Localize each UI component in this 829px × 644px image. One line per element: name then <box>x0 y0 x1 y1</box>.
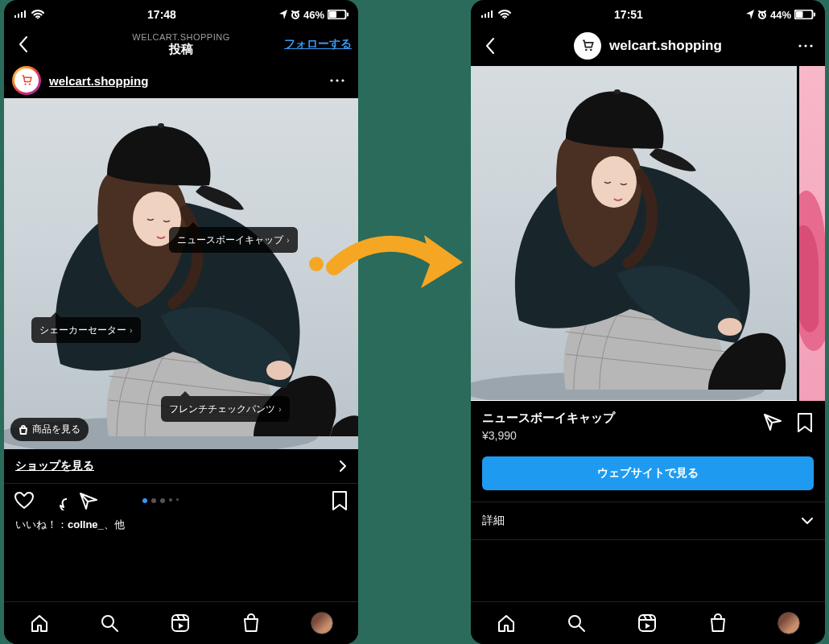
phone-left: 17:48 46% WELCART.SHOPPING 投稿 フォローする <box>4 0 358 644</box>
tab-bar <box>4 601 358 644</box>
svg-rect-20 <box>796 11 803 18</box>
battery-percent: 44% <box>770 9 791 21</box>
view-shop-label: ショップを見る <box>15 459 94 473</box>
product-tag-cap[interactable]: ニュースボーイキャップ› <box>169 227 298 253</box>
svg-point-9 <box>341 79 344 81</box>
svg-rect-15 <box>172 615 188 631</box>
cellular-icon <box>14 10 28 19</box>
follow-link[interactable]: フォローする <box>284 37 352 52</box>
alarm-icon <box>757 10 767 19</box>
like-button[interactable] <box>14 491 35 510</box>
product-tag-label: フレンチチェックパンツ <box>169 402 275 415</box>
svg-point-6 <box>29 83 31 85</box>
chevron-right-icon <box>339 460 347 473</box>
svg-point-11 <box>266 361 292 380</box>
post-header: welcart.shopping <box>4 63 358 98</box>
tab-search[interactable] <box>566 613 587 634</box>
back-button[interactable] <box>477 33 503 59</box>
battery-icon <box>328 10 349 19</box>
svg-rect-21 <box>814 13 815 17</box>
product-tag-label: シェーカーセーター <box>39 324 126 336</box>
svg-rect-4 <box>347 13 349 17</box>
svg-point-8 <box>336 79 338 81</box>
tab-profile[interactable] <box>777 612 800 634</box>
svg-point-26 <box>810 44 812 47</box>
svg-point-25 <box>804 44 806 47</box>
more-button[interactable] <box>324 68 350 93</box>
model-illustration <box>471 66 797 401</box>
svg-point-30 <box>614 89 621 94</box>
svg-point-17 <box>504 18 505 19</box>
product-info: ニュースボーイキャップ ¥3,990 <box>471 401 825 452</box>
chevron-down-icon <box>801 517 814 525</box>
tab-home[interactable] <box>496 613 517 634</box>
wifi-icon <box>498 10 511 19</box>
tab-profile[interactable] <box>311 612 333 634</box>
svg-rect-32 <box>639 615 655 631</box>
svg-point-13 <box>158 123 164 128</box>
shop-avatar[interactable] <box>574 32 601 60</box>
wifi-icon <box>31 10 44 19</box>
status-time: 17:48 <box>147 8 176 21</box>
share-button[interactable] <box>762 412 783 431</box>
svg-point-0 <box>37 18 39 19</box>
product-image[interactable] <box>471 66 825 401</box>
save-button[interactable] <box>331 490 349 511</box>
tab-shop[interactable] <box>707 613 728 634</box>
view-products-pill[interactable]: 商品を見る <box>10 418 89 441</box>
svg-point-5 <box>24 83 26 85</box>
more-button[interactable] <box>793 33 819 59</box>
top-nav: welcart.shopping <box>471 26 825 66</box>
product-title: ニュースボーイキャップ <box>482 411 754 426</box>
svg-point-23 <box>590 49 592 52</box>
tab-reels[interactable] <box>170 613 191 634</box>
svg-rect-3 <box>329 11 336 18</box>
save-button[interactable] <box>796 412 814 433</box>
view-website-button[interactable]: ウェブサイトで見る <box>482 456 814 490</box>
tab-reels[interactable] <box>637 613 658 634</box>
view-shop-row[interactable]: ショップを見る <box>4 449 358 484</box>
likes-text[interactable]: いいね！：collne_、他 <box>4 518 358 532</box>
product-tag-pants[interactable]: フレンチチェックパンツ› <box>161 396 290 422</box>
bag-icon <box>19 425 28 435</box>
tab-search[interactable] <box>99 613 120 634</box>
tab-shop[interactable] <box>241 613 262 634</box>
tab-bar <box>471 601 825 644</box>
battery-percent: 46% <box>303 9 324 21</box>
status-bar: 17:51 44% <box>471 0 825 26</box>
cellular-icon <box>480 10 495 19</box>
story-avatar[interactable] <box>12 66 41 95</box>
alarm-icon <box>291 10 300 19</box>
status-bar: 17:48 46% <box>4 0 358 26</box>
svg-point-7 <box>330 79 332 81</box>
details-label: 詳細 <box>482 514 505 528</box>
svg-point-29 <box>592 156 637 208</box>
share-button[interactable] <box>78 491 99 510</box>
pill-label: 商品を見る <box>32 423 80 436</box>
cart-icon <box>579 38 596 54</box>
comment-button[interactable] <box>46 491 67 510</box>
svg-point-28 <box>718 318 742 336</box>
svg-point-24 <box>798 44 801 47</box>
location-icon <box>279 10 287 19</box>
status-time: 17:51 <box>614 8 643 21</box>
details-row[interactable]: 詳細 <box>471 502 825 540</box>
svg-point-31 <box>569 616 580 627</box>
back-button[interactable] <box>10 31 36 57</box>
svg-point-22 <box>585 49 588 52</box>
product-tag-sweater[interactable]: シェーカーセーター› <box>31 317 141 343</box>
carousel-dots <box>142 498 179 503</box>
product-price: ¥3,990 <box>482 429 754 442</box>
top-nav: WELCART.SHOPPING 投稿 フォローする <box>4 26 358 63</box>
action-bar <box>4 484 358 518</box>
battery-icon <box>794 10 815 19</box>
account-name[interactable]: welcart.shopping <box>609 38 722 54</box>
post-image[interactable]: ニュースボーイキャップ› シェーカーセーター› フレンチチェックパンツ› 商品を… <box>4 98 358 449</box>
chevron-right-icon: › <box>287 234 290 246</box>
next-image-peek[interactable] <box>799 66 825 401</box>
chevron-right-icon: › <box>130 324 133 336</box>
tab-home[interactable] <box>29 613 50 634</box>
chevron-right-icon: › <box>278 403 282 415</box>
account-name[interactable]: welcart.shopping <box>49 74 148 88</box>
phone-right: 17:51 44% welcart.shopping <box>471 0 825 644</box>
